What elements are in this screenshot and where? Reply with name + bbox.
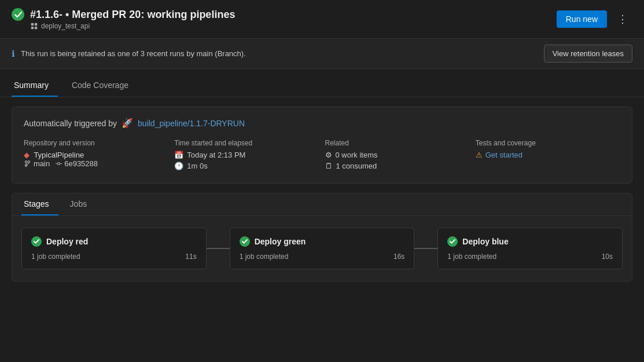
- branch-icon: [24, 160, 31, 167]
- clock-icon: 🕐: [174, 162, 183, 170]
- stage-footer-blue: 1 job completed 10s: [447, 253, 613, 261]
- header-left: #1.1.6- • Merged PR 20: working pipeline…: [12, 8, 235, 30]
- alert-icon: ⚠: [476, 151, 483, 159]
- stages-card: Stages Jobs Deploy red 1 job completed 1…: [12, 193, 632, 281]
- meta-grid: Repository and version ◆ TypicalPipeline…: [24, 139, 620, 173]
- stage-success-icon-green: [240, 236, 250, 247]
- main-content: Automatically triggered by 🚀 build_pipel…: [0, 97, 644, 291]
- stage-footer-red: 1 job completed 11s: [31, 253, 197, 261]
- tests-link-text: Get started: [485, 151, 522, 159]
- stage-name-blue: Deploy blue: [462, 237, 508, 246]
- svg-rect-2: [31, 27, 34, 29]
- triggered-header: Automatically triggered by 🚀 build_pipel…: [24, 118, 620, 129]
- tab-jobs[interactable]: Jobs: [68, 193, 97, 215]
- deploy-icon: [30, 22, 38, 30]
- time-row: 📅 Today at 2:13 PM: [174, 151, 319, 159]
- stage-header-red: Deploy red: [31, 236, 197, 247]
- view-retention-leases-button[interactable]: View retention leases: [544, 45, 632, 63]
- stage-jobs-blue: 1 job completed: [447, 253, 496, 261]
- svg-point-7: [58, 162, 60, 164]
- connector-2: [414, 248, 437, 249]
- tab-stages[interactable]: Stages: [21, 193, 58, 215]
- pipeline-emoji: 🚀: [122, 118, 133, 129]
- repo-name-row: ◆ TypicalPipeline: [24, 151, 168, 159]
- stage-duration-green: 16s: [393, 253, 404, 261]
- svg-rect-3: [35, 27, 37, 29]
- consumed-row: 🗒 1 consumed: [325, 162, 470, 170]
- consumed-value: 1 consumed: [336, 162, 377, 170]
- triggered-prefix: Automatically triggered by: [24, 119, 117, 128]
- stage-jobs-green: 1 job completed: [240, 253, 289, 261]
- tab-code-coverage[interactable]: Code Coverage: [69, 75, 138, 97]
- stage-duration-blue: 10s: [602, 253, 613, 261]
- repo-label: Repository and version: [24, 139, 168, 147]
- run-title: #1.1.6- • Merged PR 20: working pipeline…: [30, 9, 235, 21]
- svg-point-4: [25, 161, 27, 163]
- retention-message: This run is being retained as one of 3 r…: [21, 49, 246, 58]
- svg-point-6: [28, 161, 30, 163]
- retention-banner: ℹ This run is being retained as one of 3…: [0, 38, 644, 69]
- get-started-link[interactable]: ⚠ Get started: [476, 151, 620, 159]
- tests-label: Tests and coverage: [476, 139, 620, 147]
- more-options-button[interactable]: ⋮: [613, 10, 632, 28]
- meta-related-section: Related ⚙ 0 work items 🗒 1 consumed: [325, 139, 470, 173]
- repo-name: TypicalPipeline: [34, 151, 84, 159]
- svg-rect-0: [31, 23, 34, 25]
- elapsed-value: 1m 0s: [187, 162, 207, 170]
- subtitle: deploy_test_api: [41, 22, 90, 30]
- header-right: Run new ⋮: [557, 10, 632, 28]
- connector-1: [207, 248, 230, 249]
- retention-left: ℹ This run is being retained as one of 3…: [12, 49, 246, 59]
- work-items-row: ⚙ 0 work items: [325, 151, 470, 159]
- stages-content: Deploy red 1 job completed 11s Deploy gr…: [12, 216, 632, 281]
- run-new-button[interactable]: Run new: [557, 10, 607, 28]
- commit-icon: [56, 160, 62, 167]
- stage-deploy-blue: Deploy blue 1 job completed 10s: [437, 228, 623, 269]
- stage-name-green: Deploy green: [255, 237, 306, 246]
- stage-jobs-red: 1 job completed: [31, 253, 80, 261]
- triggered-card: Automatically triggered by 🚀 build_pipel…: [12, 107, 632, 184]
- work-items-value: 0 work items: [336, 151, 378, 159]
- work-items-icon: ⚙: [325, 151, 332, 159]
- success-icon: [12, 8, 24, 21]
- info-icon: ℹ: [12, 49, 15, 59]
- calendar-icon: 📅: [174, 151, 183, 159]
- stages-tabs-bar: Stages Jobs: [12, 193, 632, 216]
- meta-repo-section: Repository and version ◆ TypicalPipeline…: [24, 139, 168, 173]
- sub-info: deploy_test_api: [30, 22, 235, 30]
- tab-summary[interactable]: Summary: [12, 75, 58, 97]
- header-title: #1.1.6- • Merged PR 20: working pipeline…: [12, 8, 235, 21]
- stage-name-red: Deploy red: [46, 237, 88, 246]
- svg-rect-1: [35, 23, 37, 25]
- meta-tests-section: Tests and coverage ⚠ Get started: [476, 139, 620, 173]
- stage-duration-red: 11s: [185, 253, 196, 261]
- consumed-icon: 🗒: [325, 162, 333, 170]
- branch-row: main 6e935288: [24, 159, 168, 168]
- time-value: Today at 2:13 PM: [187, 151, 245, 159]
- meta-time-section: Time started and elapsed 📅 Today at 2:13…: [174, 139, 319, 173]
- related-label: Related: [325, 139, 470, 147]
- page-header: #1.1.6- • Merged PR 20: working pipeline…: [0, 0, 644, 34]
- pipeline-link[interactable]: build_pipeline/1.1.7-DRYRUN: [138, 119, 245, 128]
- stage-deploy-green: Deploy green 1 job completed 16s: [230, 228, 415, 269]
- repo-icon: ◆: [24, 151, 30, 159]
- stage-success-icon-red: [31, 236, 42, 247]
- elapsed-row: 🕐 1m 0s: [174, 162, 319, 170]
- commit-hash: 6e935288: [64, 159, 98, 168]
- stage-deploy-red: Deploy red 1 job completed 11s: [21, 228, 207, 269]
- stage-success-icon-blue: [447, 236, 458, 247]
- time-label: Time started and elapsed: [174, 139, 319, 147]
- stage-header-green: Deploy green: [240, 236, 405, 247]
- stage-footer-green: 1 job completed 16s: [240, 253, 405, 261]
- main-tabs-bar: Summary Code Coverage: [0, 75, 644, 97]
- stage-header-blue: Deploy blue: [447, 236, 613, 247]
- branch-name: main: [34, 159, 50, 168]
